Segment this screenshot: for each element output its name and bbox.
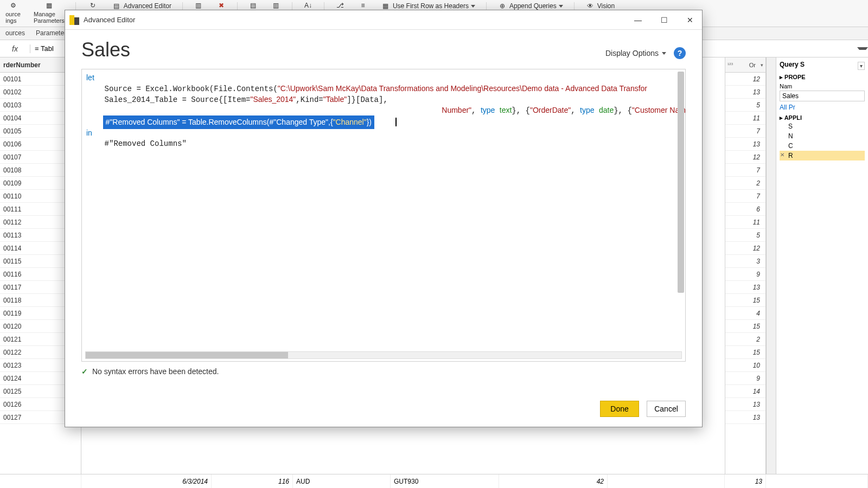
dialog-titlebar: Advanced Editor — ☐ ✕ [65,10,702,30]
editor-vscrollbar[interactable] [678,72,684,348]
display-options-button[interactable]: Display Options [605,49,666,57]
table-cell[interactable]: 14 [725,385,765,398]
query-settings-dropdown[interactable]: ▾ [858,62,865,70]
sort-icon: A↓ [301,0,316,11]
table-cell[interactable]: 2 [725,333,765,346]
column-header-numeric[interactable]: Or ▾ [725,57,765,73]
query-heading: Sales [81,38,130,61]
table-cell[interactable]: 13 [725,86,765,99]
table-cell[interactable]: 3 [725,255,765,268]
table-cell[interactable]: 15 [725,294,765,307]
table-cell[interactable]: 13 [725,281,765,294]
split-icon: ⎇ [333,0,348,11]
append-queries-button[interactable]: ⊕ Append Queries [494,0,566,11]
table-cell[interactable]: 4 [725,307,765,320]
query-settings-title: Query S [780,61,805,68]
formula-expand-icon[interactable] [857,47,868,50]
table-cell[interactable]: 9 [725,268,765,281]
column-dropdown-icon[interactable]: ▾ [761,62,763,68]
table-cell[interactable]: 9 [725,372,765,385]
vertical-scrollbar[interactable] [766,57,776,474]
keep-rows-button[interactable]: ▤ [245,0,261,11]
preview-cell: 42 [499,474,608,488]
chevron-down-icon [471,5,475,8]
advanced-editor-button[interactable]: ▤ Advanced Editor [108,0,175,11]
table-cell[interactable]: 2 [725,177,765,190]
table-cell[interactable]: 10 [725,359,765,372]
table-cell[interactable]: 13 [725,411,765,424]
chevron-down-icon [662,52,666,55]
applied-step[interactable]: N [780,131,865,141]
applied-steps-header: ▸ APPLI [780,114,865,121]
table-cell[interactable]: 5 [725,99,765,112]
name-label: Nam [780,83,865,89]
remove-rows-icon: ▥ [269,0,284,11]
syntax-status: ✓ No syntax errors have been detected. [65,362,702,376]
editor-hscrollbar[interactable] [85,351,682,359]
done-button[interactable]: Done [600,401,639,417]
remove-icon: ✖ [214,0,229,11]
all-properties-link[interactable]: All Pr [780,104,865,111]
fx-label: fx [0,44,30,53]
group-icon: ≡ [355,0,371,11]
cancel-button[interactable]: Cancel [647,401,686,417]
preview-cell: 116 [212,474,293,488]
sort-button[interactable]: A↓ [300,0,316,11]
table-cell[interactable]: 12 [725,151,765,164]
advanced-editor-dialog: Advanced Editor — ☐ ✕ Sales Display Opti… [65,10,703,427]
close-button[interactable]: ✕ [682,12,698,28]
use-first-row-button[interactable]: ▦ Use First Row as Headers [378,0,478,11]
status-preview-row: 6/3/2014 116 AUD GUT930 42 13 [0,474,868,488]
applied-step[interactable]: C [780,141,865,151]
parameters-icon: ▦ [41,0,56,11]
table-cell[interactable]: 11 [725,112,765,125]
code-editor[interactable]: let Source = Excel.Workbook(File.Content… [81,69,686,362]
table-cell[interactable]: 12 [725,242,765,255]
tab-sources[interactable]: ources [0,27,30,40]
table-cell[interactable]: 7 [725,164,765,177]
refresh-button[interactable]: ↻ [84,0,102,11]
powerbi-logo-icon [69,15,79,25]
help-button[interactable]: ? [674,47,686,59]
settings-icon: ⚙ [5,0,21,11]
split-button[interactable]: ⎇ [332,0,348,11]
columns-icon: ▥ [191,0,206,11]
vision-button[interactable]: 👁 Vision [582,0,618,11]
manage-parameters-button[interactable]: ▦ Manage Parameters [30,0,68,24]
table-cell[interactable]: 7 [725,125,765,138]
minimize-button[interactable]: — [630,12,646,28]
remove-columns-button[interactable]: ✖ [213,0,229,11]
applied-step[interactable]: S [780,121,865,131]
choose-columns-button[interactable]: ▥ [190,0,207,11]
table-cell[interactable]: 7 [725,190,765,203]
preview-cell: 6/3/2014 [81,474,212,488]
table-cell[interactable]: 5 [725,229,765,242]
table-cell[interactable]: 15 [725,320,765,333]
group-button[interactable]: ≡ [355,0,371,11]
applied-step-selected[interactable]: R [780,151,865,160]
properties-header: ▸ PROPE [780,74,865,81]
dialog-title: Advanced Editor [84,16,135,24]
table-cell[interactable]: 15 [725,346,765,359]
table-cell[interactable]: 12 [725,73,765,86]
query-name-input[interactable] [780,91,865,101]
chevron-down-icon [559,5,563,8]
data-grid-numcol: Or ▾ 12135117131272761151239131541521510… [725,57,766,474]
table-cell[interactable]: 6 [725,203,765,216]
check-icon: ✓ [81,367,88,376]
table-cell[interactable]: 13 [725,398,765,411]
remove-rows-button[interactable]: ▥ [268,0,284,11]
table-cell[interactable]: 13 [725,138,765,151]
keep-rows-icon: ▤ [246,0,261,11]
preview-cell: 13 [725,474,766,488]
refresh-icon: ↻ [85,0,100,11]
table-cell[interactable]: 11 [725,216,765,229]
query-settings-panel: Query S ▾ ▸ PROPE Nam All Pr ▸ APPLI SNC… [776,57,868,474]
preview-cell: AUD [293,474,391,488]
preview-cell: GUT930 [391,474,499,488]
source-settings-button[interactable]: ⚙ ource ings [2,0,24,24]
maximize-button[interactable]: ☐ [656,12,672,28]
